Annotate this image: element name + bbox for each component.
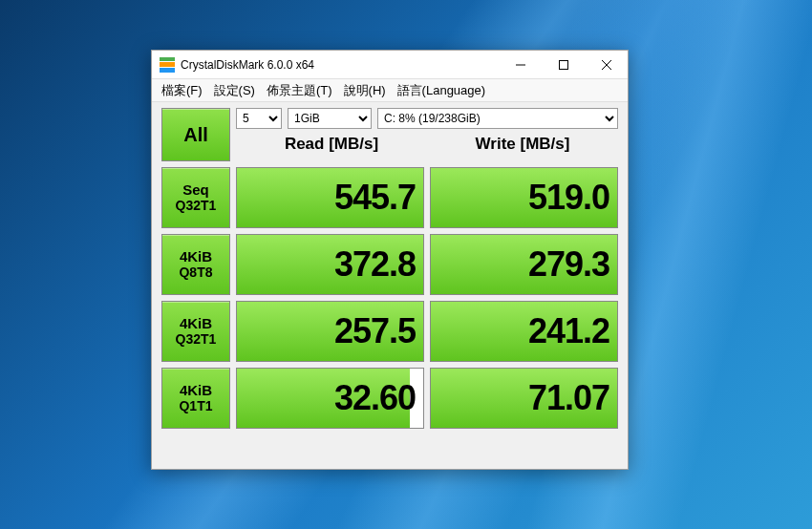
write-value: 71.07 bbox=[528, 378, 609, 418]
read-value-cell: 32.60 bbox=[236, 368, 424, 429]
read-value-cell: 257.5 bbox=[236, 301, 424, 362]
window-title: CrystalDiskMark 6.0.0 x64 bbox=[181, 58, 314, 72]
run-seq-q32t1-button[interactable]: SeqQ32T1 bbox=[161, 167, 230, 228]
test-size-select[interactable]: 1GiB bbox=[288, 108, 372, 129]
svg-rect-1 bbox=[559, 60, 567, 69]
menu-file[interactable]: 檔案(F) bbox=[156, 80, 208, 101]
write-value: 241.2 bbox=[528, 311, 609, 351]
minimize-button[interactable] bbox=[499, 51, 542, 79]
result-row: SeqQ32T1 545.7 519.0 bbox=[161, 167, 618, 228]
read-value-cell: 545.7 bbox=[236, 167, 424, 228]
header-read: Read [MB/s] bbox=[236, 135, 427, 159]
run-4k-q8t8-button[interactable]: 4KiBQ8T8 bbox=[161, 234, 230, 295]
titlebar[interactable]: CrystalDiskMark 6.0.0 x64 bbox=[152, 51, 628, 79]
run-4k-q32t1-button[interactable]: 4KiBQ32T1 bbox=[161, 301, 230, 362]
write-value-cell: 519.0 bbox=[430, 167, 618, 228]
read-value: 372.8 bbox=[334, 244, 416, 285]
write-value-cell: 241.2 bbox=[430, 301, 618, 362]
write-value: 519.0 bbox=[528, 178, 609, 218]
menu-language[interactable]: 語言(Language) bbox=[392, 80, 492, 101]
app-window: CrystalDiskMark 6.0.0 x64 檔案(F) 設定(S) 佈景… bbox=[151, 50, 629, 470]
menubar: 檔案(F) 設定(S) 佈景主題(T) 說明(H) 語言(Language) bbox=[152, 79, 628, 102]
result-row: 4KiBQ1T1 32.60 71.07 bbox=[161, 368, 618, 429]
write-value-cell: 71.07 bbox=[430, 368, 618, 429]
menu-settings[interactable]: 設定(S) bbox=[208, 80, 261, 101]
run-4k-q1t1-button[interactable]: 4KiBQ1T1 bbox=[161, 368, 230, 429]
header-write: Write [MB/s] bbox=[427, 135, 618, 159]
read-value: 545.7 bbox=[334, 178, 416, 218]
read-value: 32.60 bbox=[334, 378, 416, 418]
drive-select[interactable]: C: 8% (19/238GiB) bbox=[377, 108, 618, 129]
results-grid: SeqQ32T1 545.7 519.0 4KiBQ8T8 372.8 bbox=[161, 167, 618, 429]
result-row: 4KiBQ8T8 372.8 279.3 bbox=[161, 234, 618, 295]
write-value-cell: 279.3 bbox=[430, 234, 618, 295]
maximize-button[interactable] bbox=[542, 51, 585, 79]
app-icon bbox=[160, 57, 175, 73]
close-button[interactable] bbox=[585, 51, 628, 79]
run-count-select[interactable]: 5 bbox=[236, 108, 282, 129]
result-row: 4KiBQ32T1 257.5 241.2 bbox=[161, 301, 618, 362]
menu-help[interactable]: 說明(H) bbox=[338, 80, 392, 101]
run-all-button[interactable]: All bbox=[161, 108, 230, 161]
menu-theme[interactable]: 佈景主題(T) bbox=[261, 80, 338, 101]
write-value: 279.3 bbox=[528, 244, 609, 285]
read-value-cell: 372.8 bbox=[236, 234, 424, 295]
read-value: 257.5 bbox=[334, 311, 416, 351]
content-area: All 5 1GiB C: 8% (19/238GiB) Read [MB/s]… bbox=[152, 102, 628, 469]
